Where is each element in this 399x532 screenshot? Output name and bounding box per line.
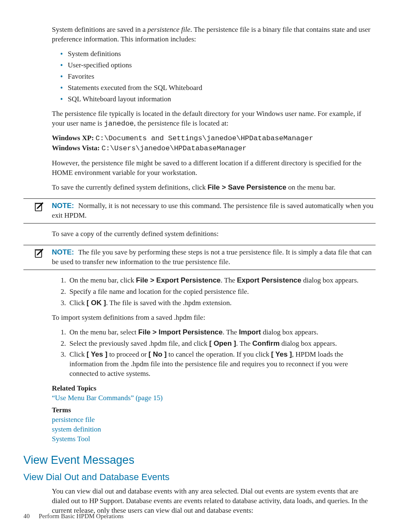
text: . The file is saved with the .hpdm exten… [106, 299, 231, 307]
note-block-1: NOTE:Normally, it is not necessary to us… [23, 198, 376, 224]
text-mono: janedoe [104, 120, 134, 128]
page-footer: 40 Perform Basic HPDM Operations [23, 512, 124, 520]
mid-para: To save a copy of the currently defined … [52, 229, 376, 239]
text: Click [69, 299, 87, 307]
terms-head: Terms [52, 406, 376, 415]
text-ui: File > Export Persistence [136, 276, 221, 284]
text-italic: persistence file [148, 26, 190, 33]
text: Click [69, 350, 87, 358]
text: User-specified options [68, 61, 132, 69]
list-item: Favorites [60, 72, 376, 82]
intro-block: System definitions are saved in a persis… [52, 25, 376, 193]
step: On the menu bar, select File > Import Pe… [68, 328, 376, 337]
text: dialog box appears. [280, 339, 337, 347]
page-number: 40 [23, 513, 30, 519]
text: On the menu bar, click [69, 276, 136, 284]
text-ui: Export Persistence [237, 276, 301, 284]
text-mono: C:\Users\janedoe\HPDatabaseManager [102, 144, 247, 152]
heading-view-event-messages: View Event Messages [23, 452, 376, 468]
footer-title: Perform Basic HPDM Operations [39, 513, 124, 519]
text: System definitions [68, 50, 121, 58]
text-ui: [ OK ] [87, 299, 106, 307]
note-label: NOTE: [52, 202, 74, 210]
note-icon [33, 248, 44, 262]
step: Click [ OK ]. The file is saved with the… [68, 298, 376, 308]
text: on the menu bar. [286, 183, 336, 191]
text-ui: [ Yes ] [271, 350, 292, 358]
import-intro: To import system definitions from a save… [52, 313, 376, 323]
note-text: The file you save by performing these st… [52, 248, 371, 266]
heading-view-dial-out: View Dial Out and Database Events [23, 471, 376, 483]
paths-para: Windows XP: C:\Documents and Settings\ja… [52, 134, 376, 154]
text-ui: File > Save Persistence [207, 183, 286, 191]
list-item: User-specified options [60, 61, 376, 70]
note-label: NOTE: [52, 248, 74, 256]
list-item: SQL Whiteboard layout information [60, 95, 376, 104]
text: Statements executed from the SQL Whitebo… [68, 84, 202, 92]
text: Select the previously saved .hpdm file, … [69, 339, 209, 347]
step: Specify a file name and location for the… [68, 287, 376, 297]
list-item: Statements executed from the SQL Whitebo… [60, 83, 376, 93]
text-ui: [ Yes ] [87, 350, 107, 358]
text: SQL Whiteboard layout information [68, 95, 171, 103]
step: On the menu bar, click File > Export Per… [68, 276, 376, 285]
intro-para-3: However, the persistence file might be s… [52, 159, 376, 178]
text-bold: Windows XP: [52, 134, 96, 142]
text: , the persistence file is located at: [134, 119, 228, 127]
term-link[interactable]: system definition [52, 425, 376, 434]
text-ui: File > Import Persistence [138, 328, 223, 336]
text-ui: Confirm [252, 339, 279, 347]
text: dialog box appears. [261, 328, 318, 336]
step: Select the previously saved .hpdm file, … [68, 339, 376, 349]
text: On the menu bar, select [69, 328, 138, 336]
text: . The [221, 276, 237, 284]
intro-para-2: The persistence file typically is locate… [52, 109, 376, 129]
list-item: System definitions [60, 49, 376, 59]
text: To save the currently defined system def… [52, 183, 207, 191]
text: Favorites [68, 72, 94, 80]
note-text: Normally, it is not necessary to use thi… [52, 202, 373, 219]
related-topics-head: Related Topics [52, 384, 376, 393]
intro-para-1: System definitions are saved in a persis… [52, 25, 376, 44]
text-bold: Windows Vista: [52, 144, 102, 152]
text: . The [223, 328, 239, 336]
text: to proceed or [107, 350, 148, 358]
text-mono: C:\Documents and Settings\janedoe\HPData… [96, 134, 313, 142]
related-link[interactable]: “Use Menu Bar Commands” (page 15) [52, 393, 376, 403]
procedure-block: On the menu bar, click File > Export Per… [52, 276, 376, 444]
export-steps: On the menu bar, click File > Export Per… [52, 276, 376, 308]
note-icon [33, 201, 44, 215]
text-ui: [ Open ] [209, 339, 236, 347]
note-block-2: NOTE:The file you save by performing the… [23, 245, 376, 270]
text-ui: [ No ] [148, 350, 166, 358]
mid-block: To save a copy of the currently defined … [52, 229, 376, 239]
text: to cancel the operation. If you click [167, 350, 271, 358]
text: System definitions are saved in a [52, 26, 148, 33]
info-bullets: System definitions User-specified option… [52, 49, 376, 104]
term-link[interactable]: persistence file [52, 415, 376, 425]
text: Specify a file name and location for the… [69, 288, 249, 296]
view-para: You can view dial out and database event… [52, 487, 376, 516]
import-steps: On the menu bar, select File > Import Pe… [52, 328, 376, 379]
text: . The [236, 339, 252, 347]
step: Click [ Yes ] to proceed or [ No ] to ca… [68, 350, 376, 379]
view-events-block: You can view dial out and database event… [52, 487, 376, 516]
intro-para-4: To save the currently defined system def… [52, 183, 376, 193]
text-ui: Import [239, 328, 261, 336]
text: dialog box appears. [301, 276, 358, 284]
term-link[interactable]: Systems Tool [52, 434, 376, 444]
